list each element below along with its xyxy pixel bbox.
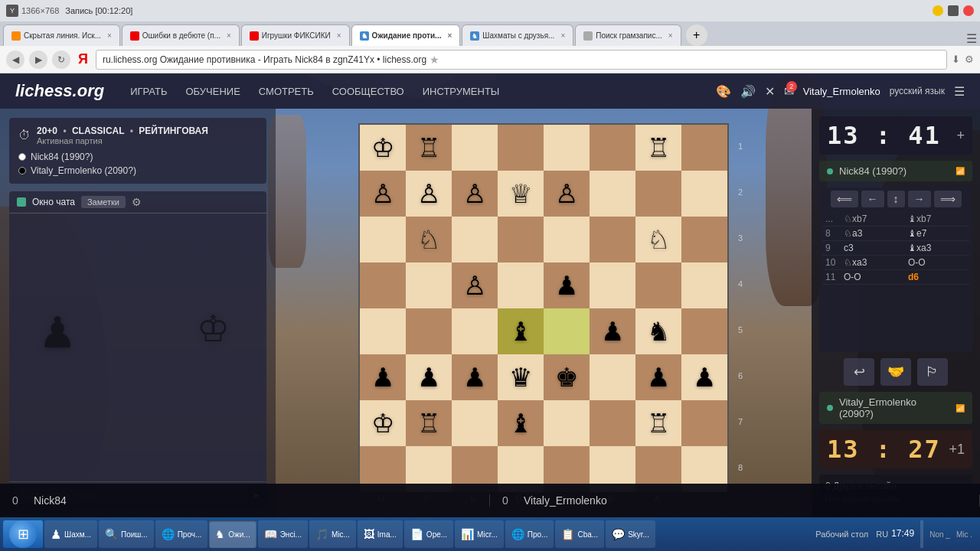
chess-cell[interactable] xyxy=(590,354,635,400)
moves-next-btn[interactable]: → xyxy=(908,191,931,207)
chess-cell[interactable] xyxy=(590,217,635,262)
chess-cell[interactable] xyxy=(360,262,406,308)
chess-piece[interactable]: ♟ xyxy=(371,364,394,390)
chess-piece[interactable]: ♟ xyxy=(555,272,578,298)
chess-cell[interactable]: ♖ xyxy=(635,125,681,171)
chess-cell[interactable]: ♙ xyxy=(544,171,590,217)
taskbar-mic-btn[interactable]: 🎵 Mic... xyxy=(309,520,356,548)
taskbar-lichess-btn[interactable]: ♞ Ожи... xyxy=(209,520,256,548)
taskbar-micr-btn[interactable]: 📊 Micr... xyxy=(455,520,504,548)
chess-cell[interactable] xyxy=(406,308,452,354)
chess-cell[interactable] xyxy=(544,308,590,354)
chess-piece[interactable]: ♙ xyxy=(371,181,394,207)
chess-piece[interactable]: ♟ xyxy=(417,364,440,390)
chess-cell[interactable]: ♛ xyxy=(498,354,544,400)
nav-watch[interactable]: СМОТРЕТЬ xyxy=(259,86,314,97)
chess-cell[interactable] xyxy=(681,308,727,354)
chess-piece[interactable]: ♘ xyxy=(417,227,440,253)
refresh-button[interactable]: ↻ xyxy=(52,51,70,69)
chess-cell[interactable] xyxy=(544,217,590,262)
back-button[interactable]: ◀ xyxy=(6,51,24,69)
taskbar-search-btn[interactable]: 🔍 Поиш... xyxy=(99,520,154,548)
nav-tools[interactable]: ИНСТРУМЕНТЫ xyxy=(423,86,500,97)
moves-flip-btn[interactable]: ↕ xyxy=(887,191,905,207)
chess-cell[interactable]: ♟ xyxy=(635,354,681,400)
chess-cell[interactable]: ♞ xyxy=(635,308,681,354)
tab3-close[interactable]: × xyxy=(337,31,341,40)
chess-cell[interactable] xyxy=(681,400,727,446)
close-button[interactable] xyxy=(963,5,974,16)
chess-piece[interactable]: ♘ xyxy=(647,227,670,253)
chess-piece[interactable]: ♙ xyxy=(463,181,486,207)
chess-cell[interactable]: ♔ xyxy=(360,400,406,446)
chess-cell[interactable]: ♙ xyxy=(452,262,498,308)
chess-cell[interactable] xyxy=(544,125,590,171)
chess-cell[interactable] xyxy=(452,308,498,354)
chess-piece[interactable]: ♟ xyxy=(693,364,716,390)
chess-cell[interactable]: ♝ xyxy=(498,400,544,446)
chess-piece[interactable]: ♟ xyxy=(463,364,486,390)
chess-piece[interactable]: ♙ xyxy=(417,181,440,207)
chat-notes-tab[interactable]: Заметки xyxy=(81,196,126,208)
nav-language[interactable]: русский язык xyxy=(890,86,945,96)
moves-last-btn[interactable]: ⟹ xyxy=(934,191,962,207)
tab2-close[interactable]: × xyxy=(227,31,231,40)
taskbar-desktop-btn[interactable]: Рабочий стол xyxy=(815,530,868,539)
chess-cell[interactable] xyxy=(590,125,635,171)
chess-cell[interactable]: ♖ xyxy=(406,125,452,171)
chess-cell[interactable] xyxy=(681,217,727,262)
chess-piece[interactable]: ♝ xyxy=(509,318,532,344)
chess-cell[interactable] xyxy=(590,171,635,217)
chess-cell[interactable] xyxy=(590,400,635,446)
chess-board[interactable]: ♔♖♖♙♙♙♕♙♘♘♙♟♝♟♞♟♟♟♛♚♟♟♔♖♝♖ xyxy=(358,123,729,494)
new-tab-button[interactable]: + xyxy=(686,24,707,46)
taskbar-chess-btn[interactable]: ♟ Шахм... xyxy=(44,520,97,548)
taskbar-lang-indicator[interactable]: RU xyxy=(876,530,888,539)
chess-cell[interactable]: ♘ xyxy=(635,217,681,262)
chat-checkbox[interactable] xyxy=(17,197,26,207)
chess-cell[interactable] xyxy=(635,262,681,308)
chess-cell[interactable] xyxy=(498,125,544,171)
chess-cell[interactable]: ♟ xyxy=(452,354,498,400)
chess-cell[interactable]: ♔ xyxy=(360,125,406,171)
chess-cell[interactable] xyxy=(681,171,727,217)
show-desktop-button[interactable] xyxy=(920,520,923,548)
close-nav-icon[interactable]: ✕ xyxy=(765,84,775,99)
chess-cell[interactable]: ♙ xyxy=(452,171,498,217)
tab1-close[interactable]: × xyxy=(107,31,112,40)
nav-username[interactable]: Vitaly_Ermolenko xyxy=(803,86,880,97)
offer-draw-button[interactable]: 🤝 xyxy=(880,358,911,386)
chess-cell[interactable]: ♙ xyxy=(360,171,406,217)
chess-cell[interactable]: ♕ xyxy=(498,171,544,217)
chess-cell[interactable]: ♟ xyxy=(681,354,727,400)
lichess-logo[interactable]: lichess.org xyxy=(15,81,104,101)
tab6-close[interactable]: × xyxy=(668,31,673,40)
moves-first-btn[interactable]: ⟸ xyxy=(831,191,858,207)
chess-cell[interactable]: ♚ xyxy=(544,354,590,400)
taskbar-ima-btn[interactable]: 🖼 Ima... xyxy=(358,520,403,548)
chess-cell[interactable] xyxy=(681,262,727,308)
theme-icon[interactable]: 🎨 xyxy=(716,84,731,99)
browser-menu-button[interactable]: ☰ xyxy=(966,31,977,46)
tab-2[interactable]: Ошибки в дебюте (п... × xyxy=(122,24,240,46)
chess-piece[interactable]: ♔ xyxy=(371,410,394,436)
chess-cell[interactable] xyxy=(360,308,406,354)
timer-plus-top[interactable]: + xyxy=(956,128,965,144)
chess-cell[interactable]: ♟ xyxy=(590,308,635,354)
chess-cell[interactable]: ♖ xyxy=(406,400,452,446)
chess-cell[interactable] xyxy=(452,217,498,262)
chess-cell[interactable] xyxy=(452,400,498,446)
chess-piece[interactable]: ♚ xyxy=(555,364,578,390)
chess-piece[interactable]: ♔ xyxy=(371,135,394,161)
tab-6[interactable]: Поиск грамзапис... × xyxy=(575,24,681,46)
chess-cell[interactable]: ♝ xyxy=(498,308,544,354)
tab5-close[interactable]: × xyxy=(560,31,565,40)
chess-cell[interactable] xyxy=(498,217,544,262)
chess-piece[interactable]: ♙ xyxy=(555,181,578,207)
chess-cell[interactable]: ♟ xyxy=(360,354,406,400)
tab-3[interactable]: Игрушки ФИКСИКИ × xyxy=(241,24,350,46)
taskbar-ope-btn[interactable]: 📄 Ope... xyxy=(404,520,453,548)
chess-cell[interactable] xyxy=(452,125,498,171)
nav-learn[interactable]: ОБУЧЕНИЕ xyxy=(185,86,240,97)
url-bar[interactable]: ru.lichess.org Ожидание противника - Игр… xyxy=(96,50,947,70)
